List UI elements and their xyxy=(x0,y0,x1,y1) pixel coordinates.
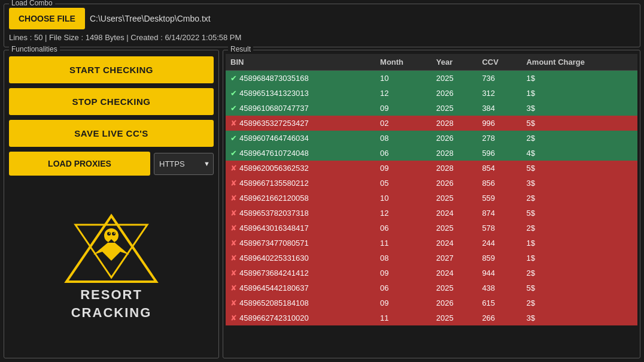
x-icon: ✘ xyxy=(230,164,237,173)
cell-year: 2028 xyxy=(432,161,478,176)
table-row: ✘4589673477080571 11 2024 244 1$ xyxy=(226,236,637,251)
x-icon: ✘ xyxy=(230,283,237,292)
cell-amount: 2$ xyxy=(521,295,637,310)
cell-year: 2025 xyxy=(432,221,478,236)
cell-ccv: 736 xyxy=(477,71,521,86)
choose-file-button[interactable]: CHOOSE FILE xyxy=(9,8,85,29)
svg-point-7 xyxy=(109,233,110,234)
x-icon: ✘ xyxy=(230,239,237,248)
cell-year: 2024 xyxy=(432,266,478,280)
cell-month: 09 xyxy=(375,266,432,280)
proxy-type-wrapper: HTTP HTTPS SOCKS4 SOCKS5 ▼ xyxy=(154,153,214,175)
cell-month: 09 xyxy=(375,161,432,176)
cell-bin: ✘4589673477080571 xyxy=(226,236,375,251)
cell-month: 11 xyxy=(375,236,432,251)
cell-ccv: 244 xyxy=(477,236,521,251)
cell-month: 10 xyxy=(375,71,432,86)
cell-bin: ✔4589651341323013 xyxy=(226,86,375,101)
table-header-row: BIN Month Year CCV Amount Charge xyxy=(226,54,637,71)
cell-year: 2025 xyxy=(432,101,478,116)
cell-month: 12 xyxy=(375,86,432,101)
cell-month: 02 xyxy=(375,116,432,131)
load-combo-label: Load Combo xyxy=(9,0,55,7)
cell-amount: 1$ xyxy=(521,71,637,86)
cell-ccv: 854 xyxy=(477,161,521,176)
result-table-wrapper[interactable]: BIN Month Year CCV Amount Charge ✔458968… xyxy=(226,54,637,355)
cell-year: 2025 xyxy=(432,310,478,325)
result-section: Result BIN Month Year CCV Amount Charge xyxy=(223,50,640,358)
col-bin: BIN xyxy=(226,54,375,71)
cell-year: 2028 xyxy=(432,116,478,131)
cell-ccv: 944 xyxy=(477,266,521,280)
cell-amount: 2$ xyxy=(521,221,637,236)
col-ccv: CCV xyxy=(477,54,521,71)
cell-amount: 1$ xyxy=(521,251,637,266)
cell-bin: ✘4589635327253427 xyxy=(226,116,375,131)
cell-month: 09 xyxy=(375,101,432,116)
cell-amount: 5$ xyxy=(521,206,637,221)
cell-ccv: 596 xyxy=(477,146,521,161)
table-row: ✔4589651341323013 12 2026 312 1$ xyxy=(226,86,637,101)
check-icon: ✔ xyxy=(230,104,237,113)
cell-ccv: 856 xyxy=(477,176,521,191)
cell-year: 2028 xyxy=(432,146,478,161)
proxy-type-select[interactable]: HTTP HTTPS SOCKS4 SOCKS5 xyxy=(154,153,214,175)
table-row: ✘4589620056362532 09 2028 854 5$ xyxy=(226,161,637,176)
cell-bin: ✘4589667135580212 xyxy=(226,176,375,191)
cell-month: 06 xyxy=(375,280,432,295)
x-icon: ✘ xyxy=(230,254,237,263)
cell-ccv: 266 xyxy=(477,310,521,325)
table-row: ✘4589673684241412 09 2024 944 2$ xyxy=(226,266,637,280)
save-live-ccs-button[interactable]: SAVE LIVE CC'S xyxy=(9,120,214,147)
svg-point-6 xyxy=(112,232,116,236)
cell-month: 06 xyxy=(375,221,432,236)
cell-month: 09 xyxy=(375,295,432,310)
cell-ccv: 312 xyxy=(477,86,521,101)
cell-amount: 5$ xyxy=(521,280,637,295)
cell-ccv: 859 xyxy=(477,251,521,266)
logo-text-line1: RESORT xyxy=(80,287,142,303)
cell-ccv: 578 xyxy=(477,221,521,236)
cell-amount: 1$ xyxy=(521,86,637,101)
x-icon: ✘ xyxy=(230,224,237,233)
check-icon: ✔ xyxy=(230,134,237,143)
cell-ccv: 278 xyxy=(477,131,521,146)
cell-year: 2025 xyxy=(432,191,478,206)
cell-amount: 5$ xyxy=(521,116,637,131)
cell-month: 05 xyxy=(375,176,432,191)
cell-bin: ✔4589610680747737 xyxy=(226,101,375,116)
x-icon: ✘ xyxy=(230,298,237,307)
file-info: Lines : 50 | File Size : 1498 Bytes | Cr… xyxy=(9,33,635,42)
cell-ccv: 438 xyxy=(477,280,521,295)
check-icon: ✔ xyxy=(230,74,237,83)
svg-point-8 xyxy=(114,233,115,234)
cell-bin: ✘4589645442180637 xyxy=(226,280,375,295)
cell-month: 08 xyxy=(375,251,432,266)
cell-month: 08 xyxy=(375,131,432,146)
cell-bin: ✘4589662742310020 xyxy=(226,310,375,325)
cell-bin: ✘4589673684241412 xyxy=(226,266,375,280)
table-row: ✔4589684873035168 10 2025 736 1$ xyxy=(226,71,637,86)
functionalities-label: Functionalities xyxy=(9,45,60,53)
col-amount: Amount Charge xyxy=(521,54,637,71)
start-checking-button[interactable]: START CHECKING xyxy=(9,56,214,83)
cell-month: 10 xyxy=(375,191,432,206)
cell-ccv: 615 xyxy=(477,295,521,310)
logo-area: RESORT CRACKING xyxy=(9,182,214,352)
file-path-display: C:\Users\Tree\Desktop\Cmbo.txt xyxy=(90,14,635,23)
cell-month: 11 xyxy=(375,310,432,325)
cell-year: 2025 xyxy=(432,71,478,86)
x-icon: ✘ xyxy=(230,313,237,322)
logo-text-line2: CRACKING xyxy=(71,305,152,321)
cell-year: 2025 xyxy=(432,280,478,295)
stop-checking-button[interactable]: STOP CHECKING xyxy=(9,88,214,115)
table-row: ✔4589610680747737 09 2025 384 3$ xyxy=(226,101,637,116)
proxy-row: LOAD PROXIES HTTP HTTPS SOCKS4 SOCKS5 ▼ xyxy=(9,152,214,176)
cell-year: 2026 xyxy=(432,131,478,146)
load-proxies-button[interactable]: LOAD PROXIES xyxy=(9,152,150,176)
cell-bin: ✘4589643016348417 xyxy=(226,221,375,236)
load-combo-section: Load Combo CHOOSE FILE C:\Users\Tree\Des… xyxy=(4,4,640,47)
cell-ccv: 559 xyxy=(477,191,521,206)
cell-amount: 2$ xyxy=(521,131,637,146)
table-row: ✘4589640225331630 08 2027 859 1$ xyxy=(226,251,637,266)
